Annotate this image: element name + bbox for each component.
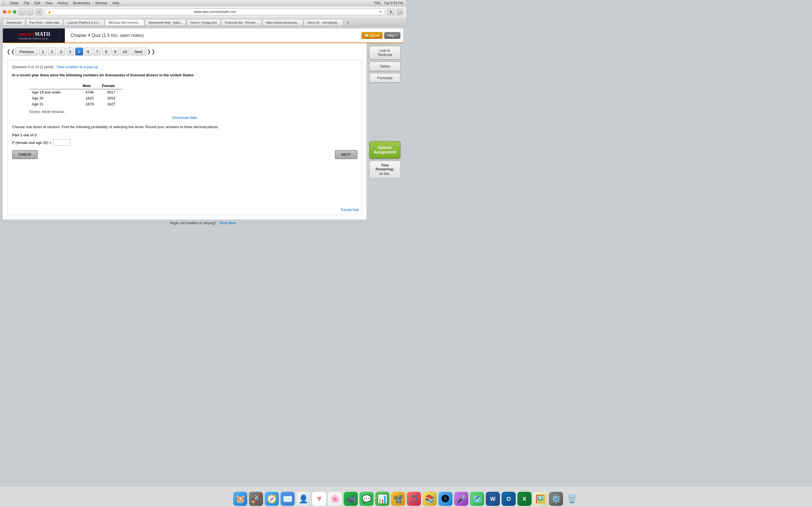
back-button[interactable]: ‹ <box>18 8 26 15</box>
menu-window[interactable]: Window <box>95 1 107 5</box>
question-number: Question 5 of 14 (1 point) <box>12 65 54 69</box>
page-10-button[interactable]: 10 <box>120 48 130 55</box>
first-page-button[interactable]: ❰❰ <box>7 48 14 55</box>
logo-connect: connect <box>17 31 34 37</box>
quiz-title: Chapter 4 Quiz (1.5 hrs, open notes) <box>65 29 359 43</box>
page-7-button[interactable]: 7 <box>93 48 101 55</box>
table-row: Age 19 and under 4746 4517 <box>29 89 123 95</box>
url-bar[interactable]: 🔒 www-awn.connectmath.com ↻ <box>45 8 385 15</box>
help-label: Help <box>388 34 395 38</box>
part-label: Part 1 out of 3 <box>12 133 357 137</box>
title-bar:  Safari File Edit View History Bookmark… <box>0 0 406 6</box>
source-text: Source: World Almanac. <box>29 110 357 114</box>
minimize-window-button[interactable] <box>8 10 11 13</box>
check-button[interactable]: CHECK <box>12 150 38 159</box>
show-more-link[interactable]: Show More <box>219 221 236 225</box>
submit-assignment-button[interactable]: Submit Assignment <box>369 141 400 159</box>
page-2-button[interactable]: 2 <box>48 48 56 55</box>
question-box: Question 5 of 14 (1 point) View problem … <box>7 60 362 215</box>
navigation-buttons: ‹ › <box>18 8 33 15</box>
time-remaining-label: Time Remaining: <box>372 163 397 171</box>
browser-tabs: Dashboard Pay Fees - nwfsc.edu Luminis P… <box>0 17 406 25</box>
page-9-button[interactable]: 9 <box>111 48 119 55</box>
tab-homework[interactable]: Homework Help - Q&A... <box>145 19 186 25</box>
browser-toolbar: ‹ › ☷ 🔒 www-awn.connectmath.com ↻ ⬆ ❏ <box>0 6 406 17</box>
next-button[interactable]: Next <box>131 48 147 55</box>
page-5-button[interactable]: 5 <box>75 48 83 55</box>
ebook-label: eBook <box>370 34 379 38</box>
menu-history[interactable]: History <box>57 1 68 5</box>
apple-menu[interactable]:  <box>3 1 4 5</box>
help-button[interactable]: Help ? <box>384 32 400 39</box>
tab-payfees[interactable]: Pay Fees - nwfsc.edu <box>26 19 63 25</box>
add-tab-button[interactable]: + <box>345 20 351 25</box>
tab-financialaid[interactable]: Financial Aid - Pensac... <box>221 19 262 25</box>
row-3-female: 1627 <box>99 101 123 107</box>
row-2-label: Age 20 <box>29 95 80 101</box>
tab-dashboard[interactable]: Dashboard <box>3 19 26 25</box>
tab-chegg[interactable]: Home | Chegg.com <box>187 19 221 25</box>
table-header-male: Male <box>80 82 99 89</box>
page-1-button[interactable]: 1 <box>39 48 47 55</box>
plugin-text: Plugin not installed or missing? <box>170 221 216 225</box>
page-content: connect MATH Hosted by ALEKS Corp. Chapt… <box>0 25 406 230</box>
tutorial-help-link[interactable]: Tutorial help <box>340 208 359 212</box>
instruction-text: Choose one driver at random. Find the fo… <box>12 124 357 130</box>
answer-input[interactable] <box>53 139 70 146</box>
download-data-link[interactable]: Download data <box>12 115 357 120</box>
share-button[interactable]: ⬆ <box>388 8 394 15</box>
sidebar-toggle-button[interactable]: ☷ <box>36 8 42 15</box>
plugin-bar: Plugin not installed or missing? Show Mo… <box>3 219 403 227</box>
header-buttons: 📖 eBook Help ? <box>359 29 403 43</box>
row-3-male: 1679 <box>80 101 99 107</box>
view-popup-link[interactable]: View problem in a pop-up <box>57 65 98 69</box>
page-8-button[interactable]: 8 <box>102 48 110 55</box>
menu-view[interactable]: View <box>45 1 53 5</box>
link-to-textbook-button[interactable]: Link to Textbook <box>369 46 400 59</box>
question-text: In a recent year there were the followin… <box>12 72 357 78</box>
new-tab-button[interactable]: ❏ <box>396 8 403 15</box>
time-remaining-box: Time Remaining: 64 Min. <box>369 161 400 178</box>
ebook-button[interactable]: 📖 eBook <box>361 32 383 39</box>
previous-button[interactable]: Previous <box>15 48 38 55</box>
action-row: CHECK NEXT <box>12 150 357 159</box>
menu-edit[interactable]: Edit <box>35 1 40 5</box>
row-2-female: 1553 <box>99 95 123 101</box>
reload-button[interactable]: ↻ <box>379 10 382 14</box>
fullscreen-window-button[interactable] <box>13 10 16 13</box>
tab-luminis[interactable]: Luminis Platform 5.2.2... <box>64 19 105 25</box>
forward-button[interactable]: › <box>27 8 33 15</box>
url-text: www-awn.connectmath.com <box>53 10 377 14</box>
menu-help[interactable]: Help <box>112 1 119 5</box>
battery-indicator: 70% <box>374 1 380 5</box>
page-3-button[interactable]: 3 <box>57 48 65 55</box>
source-italic: World Almanac <box>42 110 64 114</box>
next-question-button[interactable]: NEXT <box>335 150 357 159</box>
logo-subtitle: Hosted by ALEKS Corp. <box>19 37 49 40</box>
menu-safari[interactable]: Safari <box>10 1 18 5</box>
menu-file[interactable]: File <box>24 1 29 5</box>
row-1-male: 4746 <box>80 89 99 95</box>
pagination: ❰❰ Previous 1 2 3 4 5 6 7 8 9 10 Next ❱❱ <box>7 48 362 55</box>
lock-icon: 🔒 <box>48 10 51 13</box>
page-6-button[interactable]: 6 <box>84 48 92 55</box>
page-4-button[interactable]: 4 <box>66 48 74 55</box>
last-page-button[interactable]: ❱❱ <box>148 48 154 55</box>
tab-mcgrawhill[interactable]: McGraw-Hill Connect... <box>105 19 144 25</box>
row-1-female: 4517 <box>99 89 123 95</box>
data-table: Male Female Age 19 and under 4746 4517 <box>29 82 123 107</box>
probability-label: P (female and age 20) = <box>12 140 52 145</box>
tables-button[interactable]: Tables <box>369 62 400 71</box>
help-icon: ? <box>395 34 397 38</box>
table-row: Age 20 1625 1553 <box>29 95 123 101</box>
clock: Tue 9:53 PM <box>384 1 403 5</box>
tab-inbox[interactable]: Inbox (6) - sorrellsp@... <box>304 19 343 25</box>
menu-bar: Safari File Edit View History Bookmarks … <box>10 1 119 5</box>
question-header: Question 5 of 14 (1 point) View problem … <box>12 65 357 69</box>
row-2-male: 1625 <box>80 95 99 101</box>
menu-bookmarks[interactable]: Bookmarks <box>73 1 90 5</box>
formulas-button[interactable]: Formulas <box>369 73 400 82</box>
tab-pensacola[interactable]: https://www.pensacola... <box>262 19 303 25</box>
close-window-button[interactable] <box>3 10 6 13</box>
row-3-label: Age 21 <box>29 101 80 107</box>
